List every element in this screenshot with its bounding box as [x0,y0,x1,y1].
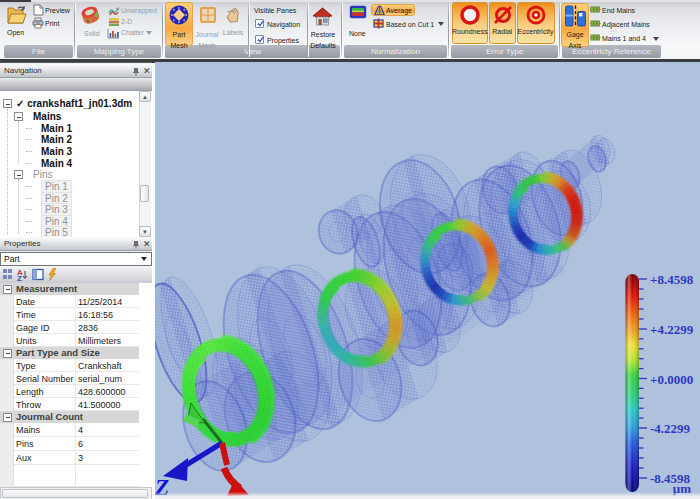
svg-text:-4.2299: -4.2299 [650,421,691,436]
svg-text:Z: Z [17,274,22,282]
svg-text:+8.4598: +8.4598 [650,272,694,287]
svg-text:+0.0000: +0.0000 [650,372,693,387]
svg-text:+4.2299: +4.2299 [650,322,694,337]
